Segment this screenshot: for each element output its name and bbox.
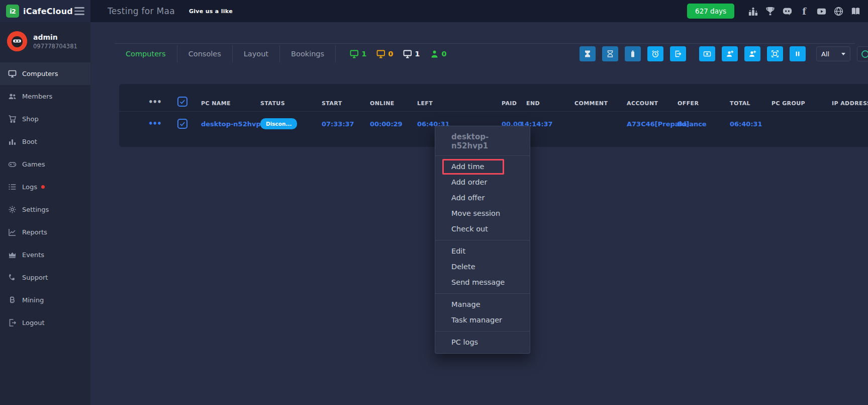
headset-icon xyxy=(861,50,868,58)
sidebar-item-support[interactable]: Support xyxy=(0,266,90,289)
table-header-row: ••• PC NAME STATUS START ONLINE LEFT PAI… xyxy=(119,84,868,112)
sidebar-item-label: Logout xyxy=(22,319,45,327)
sidebar-item-shop[interactable]: Shop xyxy=(0,108,90,130)
menu-item-move-session[interactable]: Move session xyxy=(435,206,530,221)
col-account[interactable]: ACCOUNT xyxy=(624,100,675,107)
sidebar-item-events[interactable]: Events xyxy=(0,244,90,266)
members-icon xyxy=(8,92,17,101)
sidebar-item-computers[interactable]: Computers xyxy=(0,62,90,85)
sidebar-item-games[interactable]: Games xyxy=(0,153,90,176)
guide-icon[interactable] xyxy=(850,6,861,17)
menu-group-manage: Manage Task manager xyxy=(435,293,530,331)
cash-button[interactable] xyxy=(699,46,715,61)
cell-pc-name[interactable]: desktop-n52hvp1 xyxy=(199,120,258,128)
menu-item-delete[interactable]: Delete xyxy=(435,259,530,275)
offline-pc-counter: 1 xyxy=(403,49,420,59)
sidebar-item-settings[interactable]: Settings xyxy=(0,198,90,221)
row-checkbox[interactable] xyxy=(175,119,199,129)
icafecloud-logo-icon: i2 xyxy=(6,5,19,18)
menu-item-pc-logs[interactable]: PC logs xyxy=(435,335,530,350)
col-start[interactable]: START xyxy=(319,100,367,107)
discord-icon[interactable] xyxy=(782,6,793,17)
sidebar-item-logout[interactable]: Logout xyxy=(0,311,90,334)
menu-item-manage[interactable]: Manage xyxy=(435,297,530,312)
col-ip[interactable]: IP ADDRESS xyxy=(829,100,868,107)
tab-computers[interactable]: Computers xyxy=(115,45,177,62)
cell-account[interactable]: A73C46[Prepaid] xyxy=(624,120,675,128)
menu-item-edit[interactable]: Edit xyxy=(435,244,530,259)
mining-bitcoin-icon xyxy=(8,296,17,305)
facebook-icon[interactable]: f xyxy=(799,6,810,17)
row-more-icon[interactable]: ••• xyxy=(146,119,175,128)
menu-item-task-manager[interactable]: Task manager xyxy=(435,312,530,328)
header-more-icon[interactable]: ••• xyxy=(146,98,175,107)
col-offer[interactable]: OFFER xyxy=(675,100,727,107)
tab-bookings[interactable]: Bookings xyxy=(280,45,336,62)
menu-group-logs: PC logs xyxy=(435,331,530,353)
top-bar-main: Testing for Maa Give us a like 627 days … xyxy=(90,0,868,22)
menu-item-add-time[interactable]: Add time xyxy=(435,159,530,175)
hamburger-menu-icon[interactable] xyxy=(74,7,84,15)
days-remaining-button[interactable]: 627 days xyxy=(687,4,734,19)
sidebar-item-boot[interactable]: Boot xyxy=(0,130,90,153)
pause-button[interactable] xyxy=(790,46,806,61)
page-title: Testing for Maa xyxy=(108,6,175,16)
alarm-icon xyxy=(651,50,659,58)
user-profile[interactable]: admin 097778704381 xyxy=(0,22,90,61)
globe-icon[interactable] xyxy=(833,6,844,17)
sidebar-item-label: Computers xyxy=(22,70,58,77)
check-icon xyxy=(179,98,186,105)
sidebar-item-label: Support xyxy=(22,274,48,281)
logo-text: iCafeCloud xyxy=(23,7,73,16)
toolbar: Computers Consoles Layout Bookings 1 0 1… xyxy=(115,43,855,63)
col-end[interactable]: END xyxy=(524,100,572,107)
col-comment[interactable]: COMMENT xyxy=(572,100,624,107)
partial-edge-button[interactable] xyxy=(857,46,868,61)
group-filter-select[interactable]: All xyxy=(816,46,850,61)
sidebar-item-members[interactable]: Members xyxy=(0,85,90,108)
tab-layout[interactable]: Layout xyxy=(233,45,280,62)
sidebar-item-label: Settings xyxy=(22,206,49,213)
battery-icon xyxy=(629,50,637,58)
sidebar-item-reports[interactable]: Reports xyxy=(0,221,90,244)
cell-offer: Balance xyxy=(675,120,727,128)
sidebar-item-label: Shop xyxy=(22,115,39,123)
ranking-icon[interactable] xyxy=(747,6,758,17)
sidebar-item-mining[interactable]: Mining xyxy=(0,289,90,311)
settings-gear-icon xyxy=(8,205,17,214)
sidebar-item-logs[interactable]: Logs xyxy=(0,176,90,198)
sidebar-item-label: Events xyxy=(22,251,44,259)
header-checkbox[interactable] xyxy=(175,97,199,107)
hourglass-filled-button[interactable] xyxy=(580,46,596,61)
tab-consoles[interactable]: Consoles xyxy=(177,45,233,62)
col-pc-group[interactable]: PC GROUP xyxy=(769,100,829,107)
col-pc-name[interactable]: PC NAME xyxy=(199,100,258,107)
user-phone: 097778704381 xyxy=(33,43,77,50)
cash-icon xyxy=(703,50,711,58)
boot-icon xyxy=(8,137,17,146)
col-paid[interactable]: PAID xyxy=(499,100,524,107)
screenshot-button[interactable] xyxy=(767,46,783,61)
menu-item-label: Add time xyxy=(451,163,484,171)
menu-item-add-offer[interactable]: Add offer xyxy=(435,190,530,206)
checkout-button[interactable] xyxy=(670,46,686,61)
sidebar: admin 097778704381 Computers Members Sho… xyxy=(0,22,90,405)
battery-button[interactable] xyxy=(625,46,641,61)
add-member-button[interactable] xyxy=(722,46,738,61)
hourglass-outline-button[interactable] xyxy=(602,46,618,61)
col-left[interactable]: LEFT xyxy=(415,100,499,107)
menu-item-add-order[interactable]: Add order xyxy=(435,175,530,190)
add-guest-button[interactable] xyxy=(744,46,760,61)
trophy-icon[interactable] xyxy=(764,6,776,17)
menu-item-send-message[interactable]: Send message xyxy=(435,275,530,290)
col-total[interactable]: TOTAL xyxy=(727,100,769,107)
menu-item-check-out[interactable]: Check out xyxy=(435,221,530,237)
col-status[interactable]: STATUS xyxy=(258,100,319,107)
col-online[interactable]: ONLINE xyxy=(367,100,415,107)
screenshot-icon xyxy=(771,50,779,58)
youtube-icon[interactable] xyxy=(816,6,827,17)
hourglass-filled-icon xyxy=(584,50,592,58)
give-us-a-like-link[interactable]: Give us a like xyxy=(189,8,233,15)
alarm-button[interactable] xyxy=(647,46,663,61)
member-counter: 0 xyxy=(430,49,446,59)
